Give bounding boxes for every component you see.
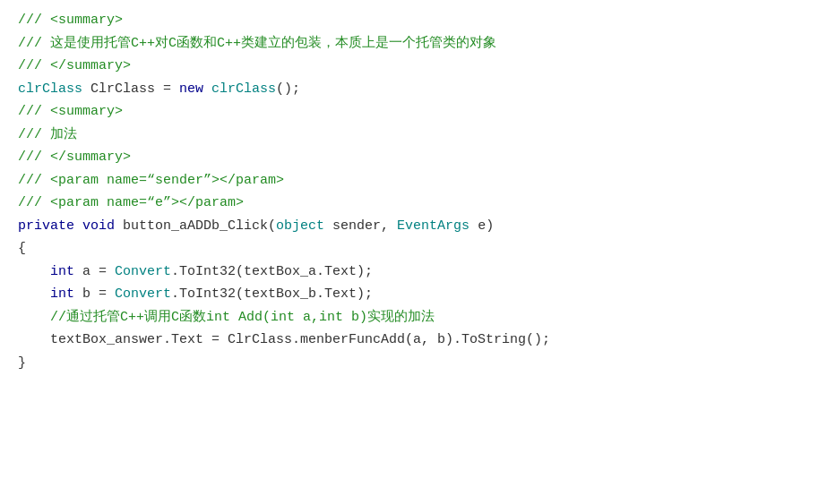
type-span: clrClass <box>18 78 82 101</box>
comment-span: /// <summary> <box>18 100 123 124</box>
code-line-14: //通过托管C++调用C函数int Add(int a,int b)实现的加法 <box>0 306 827 329</box>
code-line-5: /// <summary> <box>0 100 827 124</box>
plain-span <box>74 215 82 238</box>
code-line-4: clrClass ClrClass = new clrClass(); <box>0 78 827 101</box>
plain-span: button_aADDb_Click( <box>115 215 276 238</box>
code-line-7: /// </summary> <box>0 146 827 169</box>
plain-span: sender, <box>324 215 397 238</box>
code-line-12: int a = Convert.ToInt32(textBox_a.Text); <box>0 261 827 284</box>
comment-span: /// <param name=“sender”></param> <box>18 169 284 192</box>
type-span: EventArgs <box>397 215 469 238</box>
comment-span: /// <summary> <box>18 9 123 32</box>
comment-span: /// </summary> <box>18 55 131 78</box>
plain-span: } <box>18 352 26 375</box>
plain-span <box>203 78 211 101</box>
comment-inline-span: //通过托管C++调用C函数int Add(int a,int b)实现的加法 <box>50 306 435 329</box>
code-line-10: private void button_aADDb_Click(object s… <box>0 215 827 238</box>
code-line-1: /// <summary> <box>0 9 827 32</box>
comment-span: /// </summary> <box>18 146 131 169</box>
code-line-8: /// <param name=“sender”></param> <box>0 169 827 192</box>
keyword-int: int <box>50 261 74 284</box>
plain-span: .ToInt32(textBox_a.Text); <box>171 261 373 284</box>
code-line-15: textBox_answer.Text = ClrClass.menberFun… <box>0 329 827 352</box>
code-line-11: { <box>0 237 827 261</box>
code-line-6: /// 加法 <box>0 124 827 147</box>
comment-span: /// 这是使用托管C++对C函数和C++类建立的包装，本质上是一个托管类的对象 <box>18 32 496 56</box>
plain-span: a = <box>74 261 115 284</box>
code-line-16: } <box>0 352 827 375</box>
keyword-span: new <box>179 78 203 101</box>
plain-span: textBox_answer.Text = ClrClass.menberFun… <box>18 329 550 352</box>
plain-span <box>18 283 50 306</box>
code-line-2: /// 这是使用托管C++对C函数和C++类建立的包装，本质上是一个托管类的对象 <box>0 32 827 56</box>
type-span: object <box>276 215 324 238</box>
plain-span <box>18 261 50 284</box>
keyword-int: int <box>50 283 74 306</box>
code-container: /// <summary> /// 这是使用托管C++对C函数和C++类建立的包… <box>0 0 827 504</box>
type-span: Convert <box>115 261 171 284</box>
plain-span <box>18 306 50 329</box>
type-span: clrClass <box>211 78 276 101</box>
plain-span: ClrClass = <box>82 78 179 101</box>
code-line-13: int b = Convert.ToInt32(textBox_b.Text); <box>0 283 827 306</box>
code-line-9: /// <param name=“e”></param> <box>0 192 827 215</box>
plain-span: .ToInt32(textBox_b.Text); <box>171 283 373 306</box>
plain-span: (); <box>276 78 300 101</box>
plain-span: { <box>18 237 26 261</box>
comment-span: /// 加法 <box>18 124 77 147</box>
code-line-3: /// </summary> <box>0 55 827 78</box>
keyword-span: void <box>82 215 115 238</box>
plain-span: b = <box>74 283 115 306</box>
comment-span: /// <param name=“e”></param> <box>18 192 244 215</box>
keyword-span: private <box>18 215 74 238</box>
type-span: Convert <box>115 283 171 306</box>
plain-span: e) <box>469 215 494 238</box>
